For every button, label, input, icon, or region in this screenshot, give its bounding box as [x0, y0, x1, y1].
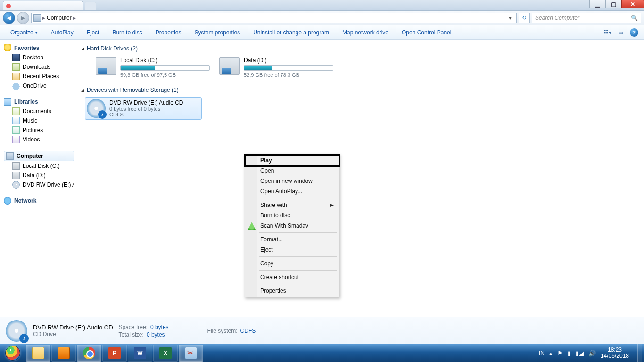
taskbar-excel[interactable]: X — [153, 345, 178, 362]
system-properties-button[interactable]: System properties — [188, 25, 247, 40]
properties-button[interactable]: Properties — [149, 25, 188, 40]
show-desktop-button[interactable] — [637, 344, 642, 362]
language-indicator[interactable]: IN — [539, 350, 545, 356]
section-hard-disk-drives[interactable]: ◢Hard Disk Drives (2) — [81, 45, 640, 52]
snipping-tool-icon — [185, 347, 197, 359]
media-player-icon — [58, 347, 70, 359]
wifi-icon[interactable]: ▮◢ — [576, 350, 584, 357]
ctx-separator — [259, 270, 337, 271]
submenu-arrow-icon: ▶ — [330, 203, 334, 207]
uninstall-button[interactable]: Uninstall or change a program — [247, 25, 336, 40]
windows-orb-icon — [5, 346, 20, 361]
system-tray: IN ▴ ⚑ ▮ ▮◢ 🔊 18:23 14/05/2018 — [539, 344, 644, 362]
onedrive-icon — [12, 82, 20, 90]
tree-item-onedrive[interactable]: OneDrive — [4, 81, 74, 90]
action-center-icon[interactable]: ⚑ — [557, 350, 563, 357]
open-control-panel-button[interactable]: Open Control Panel — [395, 25, 458, 40]
start-button[interactable] — [0, 344, 25, 362]
view-options-button[interactable]: ☷▾ — [601, 27, 614, 38]
ctx-share-with[interactable]: Share with▶ — [245, 200, 338, 210]
taskbar-chrome[interactable] — [77, 345, 101, 362]
help-button[interactable]: ? — [627, 27, 640, 38]
volume-icon[interactable]: 🔊 — [588, 350, 596, 357]
search-input[interactable]: Search Computer 🔍 — [532, 13, 641, 23]
window-minimize-button[interactable]: ▁ — [589, 0, 605, 8]
preview-pane-button[interactable]: ▭ — [614, 27, 627, 38]
ctx-open-autoplay[interactable]: Open AutoPlay... — [245, 186, 338, 197]
organize-button[interactable]: Organize — [4, 25, 44, 40]
battery-icon[interactable]: ▮ — [568, 350, 571, 357]
tray-clock[interactable]: 18:23 14/05/2018 — [601, 347, 633, 359]
taskbar-media-player[interactable] — [51, 345, 76, 362]
section-removable-storage[interactable]: ◢Devices with Removable Storage (1) — [81, 87, 640, 93]
eject-button[interactable]: Eject — [80, 25, 106, 40]
device-fs: CDFS — [109, 112, 200, 117]
cd-icon — [12, 181, 20, 189]
window-close-button[interactable]: ✕ — [621, 0, 644, 8]
collapse-icon: ◢ — [81, 88, 84, 92]
tree-item-network[interactable]: Network — [4, 196, 74, 206]
taskbar: P W X IN ▴ ⚑ ▮ ▮◢ 🔊 18:23 14/05/2018 — [0, 344, 644, 362]
ctx-scan-smadav[interactable]: Scan With Smadav — [245, 221, 338, 231]
ctx-properties[interactable]: Properties — [245, 286, 338, 296]
drive-free-text: 59,3 GB free of 97,5 GB — [120, 72, 210, 78]
nav-forward-button[interactable]: ► — [17, 12, 29, 24]
taskbar-word[interactable]: W — [128, 345, 152, 362]
tree-item-data-d[interactable]: Data (D:) — [4, 171, 74, 180]
excel-icon: X — [159, 347, 172, 359]
search-placeholder: Search Computer — [535, 15, 579, 21]
refresh-button[interactable]: ↻ — [519, 13, 530, 23]
map-network-drive-button[interactable]: Map network drive — [336, 25, 395, 40]
details-totalsize-value: 0 bytes — [147, 331, 165, 338]
details-fs-value: CDFS — [240, 328, 256, 334]
ctx-create-shortcut[interactable]: Create shortcut — [245, 272, 338, 282]
taskbar-snipping-tool[interactable] — [179, 345, 203, 362]
tree-item-documents[interactable]: Documents — [4, 107, 74, 116]
documents-icon — [12, 107, 20, 115]
tree-item-downloads[interactable]: Downloads — [4, 62, 74, 72]
content-pane: ◢Hard Disk Drives (2) Local Disk (C:) 59… — [76, 40, 644, 317]
breadcrumb-root[interactable]: Computer — [47, 15, 72, 21]
ctx-open[interactable]: Open — [245, 165, 338, 176]
ctx-open-new-window[interactable]: Open in new window — [245, 176, 338, 186]
ctx-format[interactable]: Format... — [245, 234, 338, 245]
audio-cd-icon — [87, 99, 106, 118]
new-tab-button[interactable] — [85, 2, 96, 10]
tree-item-desktop[interactable]: Desktop — [4, 53, 74, 62]
ctx-copy[interactable]: Copy — [245, 258, 338, 269]
address-bar[interactable]: ▸ Computer ▸ ▾ — [31, 13, 517, 23]
drive-local-c[interactable]: Local Disk (C:) 59,3 GB free of 97,5 GB — [94, 56, 211, 79]
drive-name: Local Disk (C:) — [120, 57, 210, 64]
breadcrumb-sep-icon: ▸ — [73, 15, 76, 21]
disk-icon — [12, 172, 20, 179]
hdd-icon — [219, 57, 240, 75]
tree-item-recent[interactable]: Recent Places — [4, 72, 74, 81]
downloads-icon — [12, 63, 20, 71]
libraries-header[interactable]: Libraries — [4, 97, 74, 107]
tree-item-videos[interactable]: Videos — [4, 135, 74, 144]
favorites-header[interactable]: Favorites — [4, 43, 74, 53]
details-totalsize-label: Total size: — [119, 331, 144, 338]
libraries-icon — [4, 98, 11, 106]
autoplay-button[interactable]: AutoPlay — [44, 25, 80, 40]
ctx-play[interactable]: Play — [245, 155, 338, 165]
explorer-navbar: ◄ ► ▸ Computer ▸ ▾ ↻ Search Computer 🔍 — [0, 10, 644, 25]
tree-item-computer[interactable]: Computer — [4, 151, 74, 161]
tray-arrow-icon[interactable]: ▴ — [549, 350, 553, 357]
taskbar-explorer[interactable] — [26, 345, 50, 362]
taskbar-powerpoint[interactable]: P — [102, 345, 127, 362]
address-dropdown-icon[interactable]: ▾ — [506, 15, 514, 21]
nav-back-button[interactable]: ◄ — [3, 12, 15, 24]
ctx-eject[interactable]: Eject — [245, 245, 338, 255]
tree-item-music[interactable]: Music — [4, 116, 74, 125]
tree-item-local-disk-c[interactable]: Local Disk (C:) — [4, 161, 74, 171]
tree-item-dvd-e[interactable]: DVD RW Drive (E:) A — [4, 180, 74, 189]
ctx-burn-to-disc[interactable]: Burn to disc — [245, 210, 338, 221]
burn-button[interactable]: Burn to disc — [106, 25, 149, 40]
browser-tab[interactable] — [3, 1, 83, 10]
drive-data-d[interactable]: Data (D:) 52,9 GB free of 78,3 GB — [218, 56, 335, 79]
computer-icon — [33, 14, 41, 22]
window-maximize-button[interactable]: ▢ — [605, 0, 621, 8]
drive-dvd-e[interactable]: DVD RW Drive (E:) Audio CD 0 bytes free … — [85, 97, 202, 120]
tree-item-pictures[interactable]: Pictures — [4, 125, 74, 135]
